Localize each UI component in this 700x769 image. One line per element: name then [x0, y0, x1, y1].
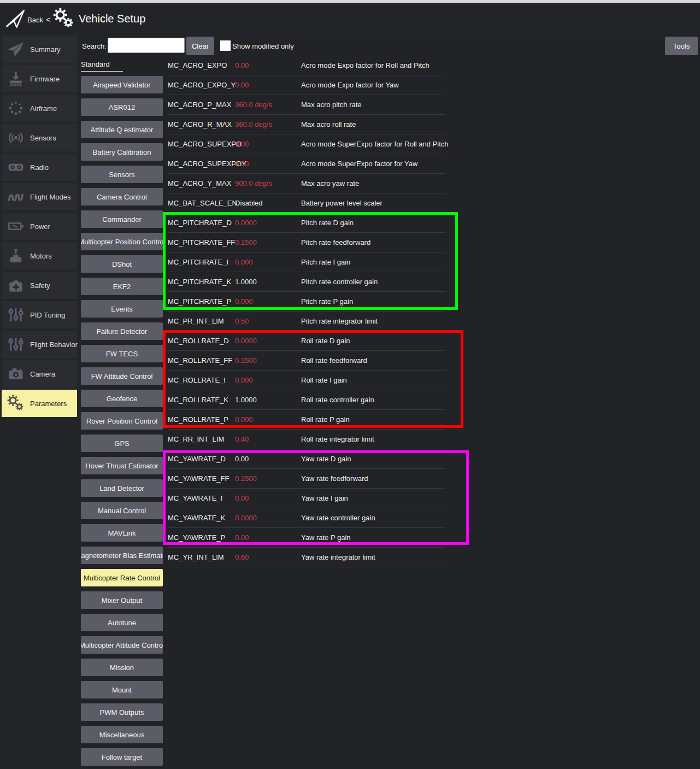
category-button-mount[interactable]: Mount [81, 681, 163, 698]
parameter-description: Roll rate feedforward [301, 356, 367, 365]
category-button-geofence[interactable]: Geofence [81, 390, 163, 407]
parameter-row-mc_pitchrate_ff[interactable]: MC_PITCHRATE_FF0.1500Pitch rate feedforw… [168, 233, 550, 253]
category-button-commander[interactable]: Commander [81, 210, 163, 228]
category-button-camera-control[interactable]: Camera Control [81, 188, 163, 206]
parameter-value: 0.00 [235, 455, 249, 463]
parameter-name: MC_ROLLRATE_K [168, 396, 228, 404]
parameter-row-mc_acro_supexpo[interactable]: MC_ACRO_SUPEXPO0.00Acro mode SuperExpo f… [168, 134, 550, 154]
category-button-magnetometer-bias-estimator[interactable]: Magnetometer Bias Estimator [81, 547, 163, 564]
medkit-icon [5, 275, 27, 295]
parameter-row-mc_rollrate_k[interactable]: MC_ROLLRATE_K1.0000Roll rate controller … [168, 390, 550, 410]
category-button-airspeed-validator[interactable]: Airspeed Validator [81, 76, 163, 93]
category-button-dshot[interactable]: DShot [81, 255, 163, 273]
sidebar-item-power[interactable]: Power [2, 213, 77, 240]
category-button-attitude-q-estimator[interactable]: Attitude Q estimator [81, 121, 163, 138]
category-button-pwm-outputs[interactable]: PWM Outputs [81, 703, 163, 721]
parameter-row-mc_rollrate_ff[interactable]: MC_ROLLRATE_FF0.1500Roll rate feedforwar… [168, 351, 550, 371]
parameter-row-mc_yr_int_lim[interactable]: MC_YR_INT_LIM0.60Yaw rate integrator lim… [168, 548, 550, 567]
parameter-row-mc_yawrate_d[interactable]: MC_YAWRATE_D0.00Yaw rate D gain [168, 449, 550, 469]
sidebar-item-airframe[interactable]: Airframe [2, 95, 77, 122]
parameter-value: 1.0000 [235, 396, 257, 404]
search-input[interactable] [108, 38, 185, 53]
parameter-row-mc_rollrate_p[interactable]: MC_ROLLRATE_P0.000Roll rate P gain [168, 410, 550, 430]
sidebar-item-radio[interactable]: Radio [2, 154, 77, 181]
sidebar-item-label: Power [30, 222, 50, 231]
category-button-gps[interactable]: GPS [81, 435, 163, 452]
parameter-row-mc_yawrate_k[interactable]: MC_YAWRATE_K0.0000Yaw rate controller ga… [168, 508, 550, 528]
sidebar-item-camera[interactable]: Camera [2, 360, 77, 388]
category-button-events[interactable]: Events [81, 300, 163, 318]
category-button-multicopter-attitude-control[interactable]: Multicopter Attitude Control [81, 636, 163, 654]
parameter-row-mc_yawrate_i[interactable]: MC_YAWRATE_I0.00Yaw rate I gain [168, 489, 550, 508]
parameter-row-mc_yawrate_p[interactable]: MC_YAWRATE_P0.00Yaw rate P gain [168, 528, 550, 548]
parameter-row-mc_pitchrate_d[interactable]: MC_PITCHRATE_D0.0000Pitch rate D gain [168, 213, 550, 233]
parameter-row-mc_acro_r_max[interactable]: MC_ACRO_R_MAX360.0 deg/sMax acro roll ra… [168, 115, 550, 134]
sidebar-item-parameters[interactable]: Parameters [2, 390, 77, 417]
category-button-battery-calibration[interactable]: Battery Calibration [81, 143, 163, 161]
motor-icon [5, 246, 27, 266]
category-button-autotune[interactable]: Autotune [81, 614, 163, 631]
category-button-rover-position-control[interactable]: Rover Position Control [81, 412, 163, 430]
parameter-value: 0.000 [235, 376, 253, 384]
category-button-sensors[interactable]: Sensors [81, 166, 163, 183]
category-button-asr012[interactable]: ASR012 [81, 98, 163, 116]
sidebar-item-flight-behavior[interactable]: Flight Behavior [2, 331, 77, 358]
parameter-row-mc_acro_expo_y[interactable]: MC_ACRO_EXPO_Y0.00Acro mode Expo factor … [168, 75, 550, 95]
parameter-row-mc_pr_int_lim[interactable]: MC_PR_INT_LIM0.50Pitch rate integrator l… [168, 312, 550, 331]
back-button[interactable]: Back [27, 16, 43, 24]
parameter-value: 0.0000 [235, 514, 257, 522]
tools-button[interactable]: Tools [665, 37, 698, 55]
parameters-gears-icon [52, 7, 75, 30]
parameter-row-mc_rollrate_i[interactable]: MC_ROLLRATE_I0.000Roll rate I gain [168, 371, 550, 390]
sidebar-item-sensors[interactable]: Sensors [2, 124, 77, 151]
category-button-land-detector[interactable]: Land Detector [81, 479, 163, 497]
category-button-mission[interactable]: Mission [81, 659, 163, 676]
sidebar-item-label: Flight Behavior [30, 341, 78, 349]
parameter-row-mc_bat_scale_en[interactable]: MC_BAT_SCALE_ENDisabledBattery power lev… [168, 193, 550, 213]
parameter-row-mc_rr_int_lim[interactable]: MC_RR_INT_LIM0.40Roll rate integrator li… [168, 430, 550, 449]
category-button-manual-control[interactable]: Manual Control [81, 502, 163, 519]
sidebar-item-pid-tuning[interactable]: PID Tuning [2, 301, 77, 328]
row-separator [168, 567, 445, 567]
category-button-fw-tecs[interactable]: FW TECS [81, 345, 163, 362]
parameter-description: Pitch rate I gain [301, 258, 350, 266]
category-button-miscellaneous[interactable]: Miscellaneous [81, 726, 163, 743]
parameter-row-mc_acro_y_max[interactable]: MC_ACRO_Y_MAX900.0 deg/sMax acro yaw rat… [168, 174, 550, 193]
clear-search-button[interactable]: Clear [186, 37, 214, 55]
parameter-row-mc_rollrate_d[interactable]: MC_ROLLRATE_D0.0000Roll rate D gain [168, 331, 550, 351]
parameter-row-mc_yawrate_ff[interactable]: MC_YAWRATE_FF0.1500Yaw rate feedforward [168, 469, 550, 489]
parameter-row-mc_pitchrate_k[interactable]: MC_PITCHRATE_K1.0000Pitch rate controlle… [168, 272, 550, 292]
category-button-ekf2[interactable]: EKF2 [81, 278, 163, 295]
parameter-row-mc_pitchrate_i[interactable]: MC_PITCHRATE_I0.000Pitch rate I gain [168, 253, 550, 272]
parameter-name: MC_YAWRATE_FF [168, 474, 229, 483]
parameter-value: 0.00 [235, 494, 249, 502]
category-button-follow-target[interactable]: Follow target [81, 748, 163, 766]
parameter-value: 0.1500 [235, 474, 257, 483]
parameter-row-mc_acro_expo[interactable]: MC_ACRO_EXPO0.00Acro mode Expo factor fo… [168, 56, 550, 75]
category-button-mavlink[interactable]: MAVLink [81, 524, 163, 542]
parameter-description: Yaw rate controller gain [301, 514, 375, 522]
category-button-multicopter-rate-control[interactable]: Multicopter Rate Control [81, 569, 163, 586]
parameter-row-mc_pitchrate_p[interactable]: MC_PITCHRATE_P0.000Pitch rate P gain [168, 292, 550, 312]
parameter-row-mc_acro_p_max[interactable]: MC_ACRO_P_MAX360.0 deg/sMax acro pitch r… [168, 95, 550, 115]
sidebar-item-safety[interactable]: Safety [2, 272, 77, 299]
parameter-name: MC_ACRO_Y_MAX [168, 179, 231, 187]
category-button-hover-thrust-estimator[interactable]: Hover Thrust Estimator [81, 457, 163, 474]
category-button-multicopter-position-control[interactable]: Multicopter Position Control [81, 233, 163, 250]
sidebar-item-flight-modes[interactable]: Flight Modes [2, 183, 77, 210]
sidebar-item-motors[interactable]: Motors [2, 242, 77, 269]
signal-waves-icon [5, 128, 27, 148]
show-modified-checkbox[interactable] [220, 40, 231, 51]
sidebar-item-summary[interactable]: Summary [2, 36, 77, 63]
sidebar-item-firmware[interactable]: Firmware [2, 65, 77, 92]
parameter-name: MC_PR_INT_LIM [168, 317, 224, 325]
parameter-description: Yaw rate feedforward [301, 474, 368, 483]
category-button-failure-detector[interactable]: Failure Detector [81, 322, 163, 340]
parameter-name: MC_ACRO_P_MAX [168, 101, 231, 109]
parameter-row-mc_acro_supexpoy[interactable]: MC_ACRO_SUPEXPOY0.00Acro mode SuperExpo … [168, 154, 550, 174]
parameter-description: Yaw rate P gain [301, 533, 351, 542]
category-button-mixer-output[interactable]: Mixer Output [81, 591, 163, 609]
sidebar-item-label: Parameters [30, 400, 67, 408]
battery-icon [5, 216, 27, 236]
category-button-fw-attitude-control[interactable]: FW Attitude Control [81, 367, 163, 385]
